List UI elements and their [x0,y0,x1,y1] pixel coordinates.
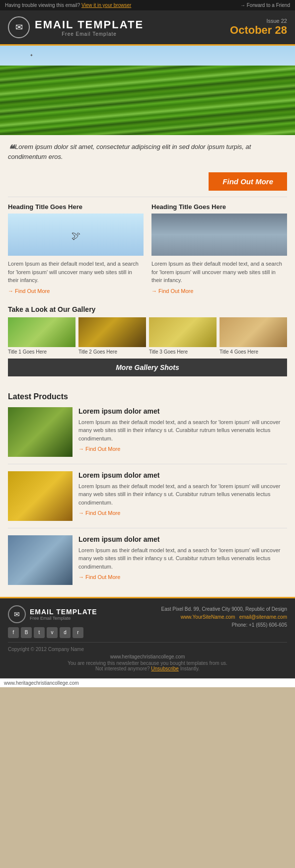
product-item-3: Lorem ipsum dolor amet Lorem Ipsum as th… [8,535,287,592]
find-out-more-button[interactable]: Find Out More [209,172,287,191]
product-content-1: Lorem ipsum dolor amet Lorem Ipsum as th… [78,407,287,457]
footer-logo-icon: ✉ [8,605,26,623]
gallery-thumb-1[interactable] [8,317,75,347]
gallery-item-3: Title 3 Goes Here [149,317,217,355]
header-title: EMAIL TEMPLATE [35,18,144,31]
product-content-2: Lorem ipsum dolor amet Lorem Ipsum as th… [78,471,287,521]
product-item-2: Lorem ipsum dolor amet Lorem Ipsum as th… [8,471,287,528]
rss-icon[interactable]: r [73,627,83,638]
product-image-1 [8,407,73,457]
footer-top: ✉ EMAIL TEMPLATE Free Email Template f B… [8,605,287,638]
gallery-item-2: Title 2 Goes Here [78,317,146,355]
trouble-text: Having trouble viewing this email? View … [5,2,131,8]
header-brand: EMAIL TEMPLATE Free Email Template [35,18,144,37]
twitter-icon[interactable]: t [34,627,45,638]
footer-brand-sub: Free Email Template [30,616,97,621]
product-content-3: Lorem ipsum dolor amet Lorem Ipsum as th… [78,535,287,585]
facebook-icon[interactable]: f [8,627,19,638]
products-heading: Latest Products [8,392,287,401]
url-bar: www.heritagechristiancollege.com [0,678,295,687]
product-title-3: Lorem ipsum dolor amet [78,535,287,543]
main-content: ✦ ❝Lorem ipsum dolor sit amet, consectet… [0,46,295,597]
header-right: Issue 22 October 28 [230,18,287,37]
product-text-1: Lorem Ipsum as their default model text,… [78,418,287,443]
product-link-1[interactable]: →Find Out More [78,446,120,452]
gallery-item-4: Title 4 Goes Here [220,317,287,355]
arrow-icon-p2: → [78,510,84,516]
footer-bottom: www.heritagechristiancollege.com You are… [8,654,287,671]
unsubscribe-action: Not interested anymore? Unsubscribe Inst… [8,666,287,671]
col-right-image [151,214,287,256]
footer-address: East Pixel Bd. 99, Creative City 9000, R… [161,605,287,613]
product-link-3[interactable]: →Find Out More [78,574,120,580]
behance-icon[interactable]: B [21,627,32,638]
gallery-title-2: Title 2 Goes Here [78,349,146,355]
hero-image: ✦ [0,46,295,135]
products-section: Latest Products Lorem ipsum dolor amet L… [0,387,295,597]
quote-section: ❝Lorem ipsum dolor sit amet, consectetur… [0,135,295,168]
product-text-3: Lorem Ipsum as their default model text,… [78,546,287,571]
col-left-image: 🕊 [8,214,144,256]
col-right: Heading Title Goes Here Lorem Ipsum as t… [148,203,287,294]
product-text-2: Lorem Ipsum as their default model text,… [78,482,287,507]
footer-copyright: Copyright © 2012 Company Name [8,642,287,652]
vimeo-icon[interactable]: v [47,627,58,638]
gallery-title-1: Title 1 Goes Here [8,349,75,355]
unsubscribe-notice: You are receiving this newsletter becaus… [8,660,287,666]
gallery-title-4: Title 4 Goes Here [220,349,287,355]
header-subtitle: Free Email Template [35,31,144,37]
footer-phone: Phone: +1 (655) 606-605 [161,621,287,629]
product-item-1: Lorem ipsum dolor amet Lorem Ipsum as th… [8,407,287,464]
email-header: ✉ EMAIL TEMPLATE Free Email Template Iss… [0,10,295,46]
arrow-right-icon-2: → [151,288,157,294]
issue-date: October 28 [230,24,287,37]
footer: ✉ EMAIL TEMPLATE Free Email Template f B… [0,597,295,678]
bird-icon: ✦ [30,53,33,58]
issue-label: Issue 22 [230,18,287,24]
logo-icon: ✉ [8,16,30,38]
bird-flying-icon: 🕊 [72,231,80,241]
footer-social: f B t v d r [8,627,97,638]
gallery-button-bar[interactable]: More Gallery Shots [8,359,287,376]
col-left-heading: Heading Title Goes Here [8,203,144,211]
dribbble-icon[interactable]: d [60,627,71,638]
quote-text: ❝Lorem ipsum dolor sit amet, consectetur… [8,142,287,161]
more-gallery-button[interactable]: More Gallery Shots [116,363,179,371]
product-title-1: Lorem ipsum dolor amet [78,407,287,415]
product-link-2[interactable]: →Find Out More [78,510,120,516]
col-left-text: Lorem Ipsum as their default model text,… [8,260,144,285]
header-left: ✉ EMAIL TEMPLATE Free Email Template [8,16,144,38]
url-display: www.heritagechristiancollege.com [8,654,287,659]
col-left: Heading Title Goes Here 🕊 Lorem Ipsum as… [8,203,148,294]
cta-section: Find Out More [0,168,295,197]
product-image-3 [8,535,73,585]
view-browser-link[interactable]: View it in your browser [81,2,131,8]
gallery-thumb-3[interactable] [149,317,217,347]
footer-brand-text: EMAIL TEMPLATE Free Email Template [30,608,97,621]
product-image-2 [8,471,73,521]
footer-brand: EMAIL TEMPLATE [30,608,97,616]
gallery-heading: Take a Look at Our Gallery [8,305,287,313]
unsubscribe-link[interactable]: Unsubscribe [151,666,179,671]
arrow-icon-p3: → [78,574,84,580]
gallery-grid: Title 1 Goes Here Title 2 Goes Here Titl… [8,317,287,355]
gallery-section: Take a Look at Our Gallery Title 1 Goes … [0,300,295,387]
footer-email[interactable]: email@sitename.com [239,614,287,620]
forward-link[interactable]: → Forward to a Friend [240,2,290,8]
footer-website[interactable]: www.YourSiteName.com [181,614,235,620]
gallery-item-1: Title 1 Goes Here [8,317,75,355]
gallery-thumb-2[interactable] [78,317,146,347]
col-right-link[interactable]: →Find Out More [151,288,193,294]
col-left-link[interactable]: →Find Out More [8,288,50,294]
product-title-2: Lorem ipsum dolor amet [78,471,287,479]
arrow-icon-p1: → [78,446,84,452]
col-right-heading: Heading Title Goes Here [151,203,287,211]
footer-links: www.YourSiteName.com email@sitename.com [161,613,287,621]
footer-brand-area: ✉ EMAIL TEMPLATE Free Email Template f B… [8,605,97,638]
gallery-thumb-4[interactable] [220,317,287,347]
top-bar: Having trouble viewing this email? View … [0,0,295,10]
copyright-text: Copyright © 2012 Company Name [8,647,84,652]
col-right-text: Lorem Ipsum as their default model text,… [151,260,287,285]
footer-logo-area: ✉ EMAIL TEMPLATE Free Email Template [8,605,97,623]
arrow-right-icon: → [8,288,13,294]
